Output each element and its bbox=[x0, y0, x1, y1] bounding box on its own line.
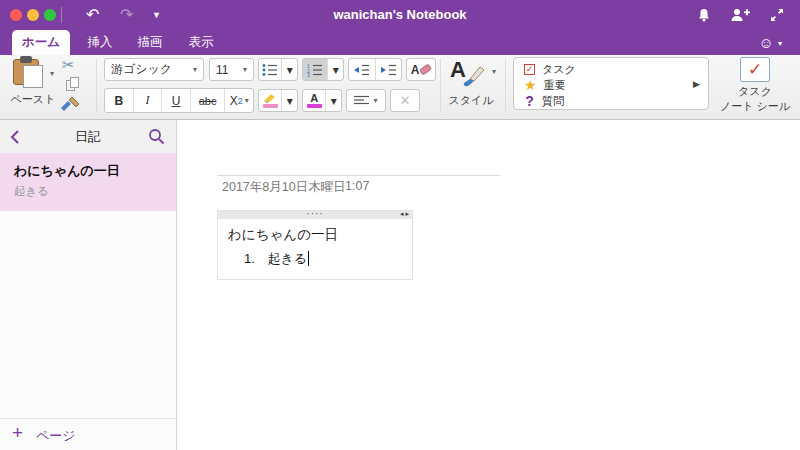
drag-dots-icon: ···· bbox=[218, 208, 412, 219]
tag-important[interactable]: ★ 重要 bbox=[514, 77, 708, 93]
font-size-select[interactable]: 11 ▾ bbox=[209, 58, 254, 81]
font-name-caret-icon: ▾ bbox=[193, 65, 197, 74]
fullscreen-expand-icon[interactable] bbox=[770, 8, 784, 26]
page-list-sidebar: 日記 わにちゃんの一日 起きる + ページ bbox=[0, 120, 177, 450]
tag-seal-label-2: ノート シール bbox=[712, 99, 798, 114]
indent-button[interactable] bbox=[376, 59, 402, 80]
group-divider bbox=[505, 59, 506, 113]
tag-important-label: 重要 bbox=[544, 78, 566, 93]
titlebar: ↶ ↷ ▼ wanichan's Notebook bbox=[0, 0, 800, 30]
notebook-title: wanichan's Notebook bbox=[0, 0, 800, 30]
font-size-caret-icon: ▾ bbox=[243, 65, 247, 74]
task-seal-checkbox-icon: ✓ bbox=[740, 57, 770, 82]
note-title[interactable]: わにちゃんの一日 bbox=[228, 226, 338, 244]
share-add-person-icon[interactable] bbox=[730, 8, 750, 26]
font-color-letter: A bbox=[310, 93, 318, 104]
delete-button[interactable]: ✕ bbox=[390, 89, 420, 112]
note-list-item[interactable]: 1. 起きる bbox=[244, 250, 309, 268]
outdent-button[interactable] bbox=[349, 59, 376, 80]
add-page-label: ページ bbox=[36, 427, 76, 445]
search-icon[interactable] bbox=[148, 128, 165, 145]
tag-question-label: 質問 bbox=[542, 94, 564, 109]
resize-arrows-icon[interactable]: ◂ ▸ bbox=[400, 210, 409, 218]
paste-label: ペースト bbox=[3, 92, 63, 107]
feedback-smiley-icon[interactable]: ☺ ▾ bbox=[758, 30, 782, 56]
page-item-title: わにちゃんの一日 bbox=[14, 162, 120, 180]
clear-format-letter: A bbox=[411, 63, 420, 77]
paste-button[interactable] bbox=[13, 57, 47, 89]
styles-button[interactable]: A ▾ bbox=[448, 57, 496, 89]
clipboard-page bbox=[23, 65, 43, 88]
font-size-value: 11 bbox=[216, 63, 228, 77]
font-name-select[interactable]: 游ゴシック ▾ bbox=[104, 58, 204, 81]
text-cursor bbox=[308, 251, 309, 266]
style-brush-icon bbox=[460, 65, 486, 87]
note-container[interactable]: ···· ◂ ▸ わにちゃんの一日 1. 起きる bbox=[217, 210, 413, 280]
page-date[interactable]: 2017年8月10日木曜日 bbox=[222, 179, 346, 196]
clear-formatting-button[interactable]: A bbox=[406, 58, 436, 81]
group-divider bbox=[96, 59, 97, 113]
tab-view[interactable]: 表示 bbox=[179, 30, 223, 55]
paste-caret-icon[interactable]: ▾ bbox=[50, 69, 54, 78]
important-star-icon: ★ bbox=[524, 79, 537, 92]
style-caret-icon: ▾ bbox=[492, 67, 496, 76]
copy-front-page bbox=[70, 77, 79, 88]
add-page-button[interactable]: + ページ bbox=[0, 420, 176, 450]
highlight-group: ▾ bbox=[258, 89, 298, 112]
subscript-button[interactable]: X2 ▾ bbox=[225, 89, 253, 112]
notifications-bell-icon[interactable] bbox=[696, 7, 712, 27]
tags-more-arrow-icon[interactable]: ▶ bbox=[693, 79, 700, 89]
numbered-list-caret-icon[interactable]: ▾ bbox=[328, 59, 343, 80]
ribbon: ▾ ペースト ✂ 游ゴシック ▾ 11 ▾ B I U abc X2 ▾ ▾ 1… bbox=[0, 55, 800, 120]
highlight-button[interactable] bbox=[259, 90, 282, 111]
page-canvas[interactable]: 2017年8月10日木曜日 1:07 ···· ◂ ▸ わにちゃんの一日 1. … bbox=[177, 120, 800, 450]
numbered-list-group: 123 ▾ bbox=[302, 58, 344, 81]
font-format-group: B I U abc X2 ▾ bbox=[104, 88, 254, 113]
tab-insert[interactable]: 挿入 bbox=[78, 30, 122, 55]
bold-button[interactable]: B bbox=[105, 89, 134, 112]
bullet-list-caret-icon[interactable]: ▾ bbox=[282, 59, 297, 80]
italic-button[interactable]: I bbox=[134, 89, 163, 112]
indent-group bbox=[348, 58, 402, 81]
tag-task[interactable]: ✓ タスク bbox=[514, 61, 708, 77]
cut-icon[interactable]: ✂ bbox=[62, 56, 75, 74]
copy-icon[interactable] bbox=[66, 77, 81, 92]
font-color-button[interactable]: A bbox=[303, 90, 326, 111]
underline-button[interactable]: U bbox=[162, 89, 191, 112]
smiley-glyph: ☺ bbox=[758, 34, 773, 51]
format-painter-icon[interactable] bbox=[60, 96, 80, 116]
page-item-preview: 起きる bbox=[14, 184, 49, 199]
bullet-list-group: ▾ bbox=[258, 58, 298, 81]
style-label: スタイル bbox=[440, 93, 502, 108]
tags-gallery: ✓ タスク ★ 重要 ? 質問 ▶ bbox=[513, 57, 709, 110]
plus-icon: + bbox=[12, 422, 23, 444]
tag-note-seal-button[interactable]: ✓ タスク ノート シール bbox=[712, 57, 798, 115]
subscript-x: X bbox=[230, 94, 238, 108]
svg-text:3: 3 bbox=[307, 72, 310, 77]
font-color-bar bbox=[307, 104, 322, 108]
numbered-list-button[interactable]: 123 bbox=[303, 59, 328, 80]
sidebar-header: 日記 bbox=[0, 120, 176, 153]
tag-seal-label-1: タスク bbox=[712, 84, 798, 99]
font-name-value: 游ゴシック bbox=[111, 61, 172, 78]
task-checkbox-icon: ✓ bbox=[524, 64, 535, 75]
font-color-caret-icon[interactable]: ▾ bbox=[326, 90, 341, 111]
tab-home[interactable]: ホーム bbox=[12, 30, 70, 55]
page-list-item[interactable]: わにちゃんの一日 起きる bbox=[0, 153, 176, 211]
list-number: 1. bbox=[244, 251, 255, 266]
page-time[interactable]: 1:07 bbox=[345, 179, 369, 193]
note-drag-handle[interactable]: ···· ◂ ▸ bbox=[218, 211, 412, 219]
highlight-caret-icon[interactable]: ▾ bbox=[282, 90, 297, 111]
tab-draw[interactable]: 描画 bbox=[128, 30, 172, 55]
font-color-group: A ▾ bbox=[302, 89, 342, 112]
highlight-color-bar bbox=[263, 104, 278, 108]
question-mark-icon: ? bbox=[524, 93, 535, 109]
subscript-caret-icon: ▾ bbox=[245, 96, 249, 105]
alignment-button[interactable]: ▾ bbox=[346, 89, 386, 112]
bullet-list-button[interactable] bbox=[259, 59, 282, 80]
tag-question[interactable]: ? 質問 bbox=[514, 93, 708, 109]
list-text: 起きる bbox=[267, 251, 307, 266]
eraser-icon bbox=[419, 63, 432, 75]
clipboard-clip bbox=[20, 56, 32, 63]
strikethrough-button[interactable]: abc bbox=[191, 89, 226, 112]
